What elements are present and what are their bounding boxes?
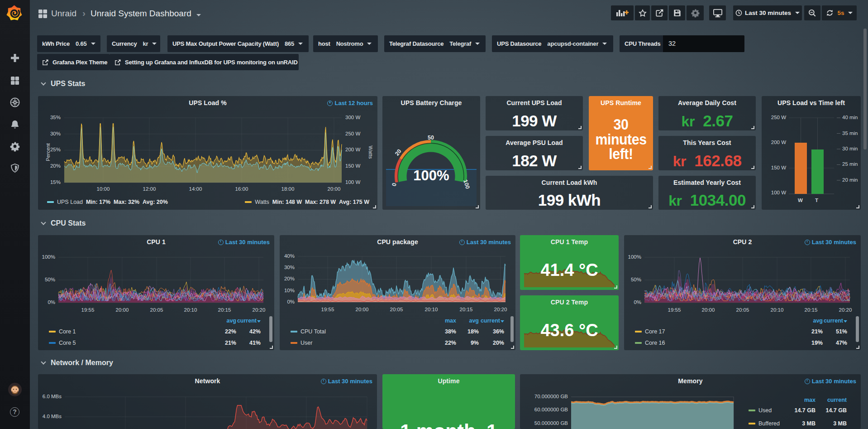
svg-text:50: 50 xyxy=(428,135,434,141)
